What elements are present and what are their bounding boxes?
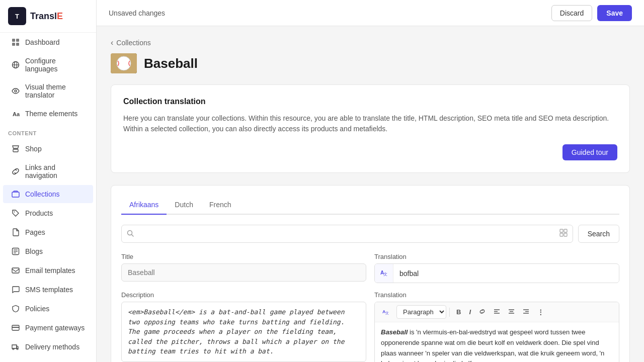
- svg-rect-26: [564, 229, 567, 232]
- discard-button[interactable]: Discard: [551, 5, 592, 21]
- svg-rect-16: [12, 268, 19, 273]
- language-tabs: Afrikaans Dutch French: [121, 196, 619, 215]
- page-title: Baseball: [144, 56, 198, 71]
- title-field-container: Title: [121, 253, 366, 283]
- topbar-actions: Discard Save: [551, 5, 632, 21]
- email-icon: [11, 266, 20, 275]
- svg-rect-17: [12, 325, 19, 330]
- title-input[interactable]: [121, 263, 366, 282]
- editor-toolbar: A文 Paragraph B I: [375, 302, 619, 322]
- info-card-title: Collection translation: [123, 97, 617, 106]
- sidebar-item-visual-theme-translator[interactable]: Visual theme translator: [3, 78, 93, 104]
- translation-label: Translation: [374, 253, 619, 260]
- sidebar-item-dashboard[interactable]: Dashboard: [3, 33, 93, 51]
- translate-icon: A文: [375, 264, 393, 283]
- main-area: Unsaved changes Discard Save ‹ Collectio…: [97, 0, 644, 362]
- more-options-button[interactable]: ⋮: [534, 306, 547, 318]
- sidebar-item-label: SMS templates: [25, 286, 73, 294]
- sidebar-item-payment-gateways[interactable]: Payment gateways: [3, 319, 93, 337]
- sidebar-item-label: Payment gateways: [25, 324, 85, 332]
- sidebar-item-pages[interactable]: Pages: [3, 223, 93, 241]
- translation-description-label: Translation: [374, 291, 619, 299]
- tab-french[interactable]: French: [201, 196, 239, 215]
- description-field-container: Description <em>Baseball</em> is a bat-a…: [121, 291, 366, 362]
- sidebar-item-label: Blogs: [25, 247, 43, 255]
- sidebar-item-label: Policies: [25, 305, 49, 313]
- svg-text:Aa: Aa: [13, 111, 20, 117]
- sidebar-item-configure-languages[interactable]: Configure languages: [3, 52, 93, 77]
- sidebar-item-label: Theme elements: [25, 110, 77, 118]
- unsaved-status: Unsaved changes: [109, 9, 165, 17]
- sidebar-item-label: Dashboard: [25, 38, 60, 46]
- sidebar-item-products[interactable]: Products: [3, 204, 93, 222]
- svg-rect-0: [12, 39, 15, 42]
- save-button[interactable]: Save: [597, 5, 632, 21]
- shield-icon: [11, 304, 20, 313]
- translation-card: Afrikaans Dutch French Search: [111, 185, 630, 362]
- sidebar-item-label: Shop: [25, 145, 42, 153]
- svg-point-19: [13, 348, 14, 350]
- paragraph-select[interactable]: Paragraph: [396, 305, 446, 319]
- search-input[interactable]: [137, 225, 559, 242]
- sidebar-item-delivery-methods[interactable]: Delivery methods: [3, 338, 93, 356]
- guided-tour-button[interactable]: Guided tour: [562, 144, 617, 160]
- sidebar-item-blogs[interactable]: Blogs: [3, 242, 93, 260]
- search-wrapper: [121, 225, 573, 243]
- text-icon: Aa: [11, 109, 20, 118]
- link-icon: [11, 167, 20, 176]
- svg-rect-28: [564, 233, 567, 236]
- sidebar-item-shop[interactable]: Shop: [3, 140, 93, 158]
- shop-icon: [11, 144, 20, 153]
- delivery-icon: [11, 342, 20, 351]
- sidebar-item-collections[interactable]: Collections: [3, 185, 93, 203]
- sidebar-item-label: Configure languages: [25, 57, 85, 73]
- sidebar-item-theme-elements[interactable]: Aa Theme elements: [3, 105, 93, 123]
- collection-icon: [11, 190, 20, 199]
- breadcrumb-label: Collections: [116, 39, 150, 47]
- translation-value-input[interactable]: [393, 265, 619, 282]
- sidebar-item-email-templates[interactable]: Email templates: [3, 261, 93, 280]
- blog-icon: [11, 247, 20, 256]
- svg-text:文: 文: [385, 311, 389, 315]
- tab-afrikaans[interactable]: Afrikaans: [121, 196, 167, 215]
- editor-content[interactable]: Baseball is 'n vlermuis-en-bal-wedstryd …: [375, 322, 619, 362]
- logo-text: TranslE: [30, 11, 63, 22]
- svg-text:文: 文: [383, 272, 387, 277]
- sidebar-item-sms-templates[interactable]: SMS templates: [3, 281, 93, 299]
- eye-icon: [11, 86, 20, 96]
- sidebar-item-label: Email templates: [25, 266, 75, 275]
- sidebar-item-links-and-navigation[interactable]: Links and navigation: [3, 159, 93, 184]
- bold-button[interactable]: B: [453, 306, 464, 318]
- align-center-button[interactable]: [505, 306, 518, 318]
- breadcrumb-arrow: ‹: [111, 38, 113, 47]
- sidebar-item-policies[interactable]: Policies: [3, 300, 93, 318]
- breadcrumb[interactable]: ‹ Collections: [111, 38, 630, 47]
- collection-thumbnail: [111, 53, 137, 73]
- info-card: Collection translation Here you can tran…: [111, 84, 630, 173]
- sidebar: T TranslE Dashboard Configure languages …: [0, 0, 97, 362]
- page-icon: [11, 228, 20, 237]
- search-button[interactable]: Search: [578, 225, 619, 243]
- content-area: ‹ Collections Baseball Collection transl…: [97, 26, 644, 362]
- search-icon: [127, 230, 134, 238]
- grid-view-icon[interactable]: [559, 229, 568, 239]
- sidebar-item-label: Pages: [25, 228, 45, 236]
- svg-line-24: [132, 234, 134, 236]
- grid-icon: [11, 38, 20, 47]
- globe-icon: [11, 60, 20, 69]
- translation-input-wrapper: A文: [374, 263, 619, 283]
- svg-rect-1: [16, 39, 19, 42]
- italic-button[interactable]: I: [465, 306, 474, 318]
- description-row: Description <em>Baseball</em> is a bat-a…: [121, 291, 619, 362]
- tab-dutch[interactable]: Dutch: [167, 196, 201, 215]
- info-card-text: Here you can translate your collections.…: [123, 113, 617, 134]
- description-textarea[interactable]: <em>Baseball</em> is a bat-and-ball game…: [121, 302, 366, 362]
- toolbar-translate-icon: A文: [379, 306, 393, 319]
- info-card-footer: Guided tour: [123, 144, 617, 160]
- title-label: Title: [121, 253, 366, 260]
- link-button[interactable]: [475, 306, 489, 318]
- svg-rect-10: [12, 192, 19, 197]
- svg-rect-27: [560, 233, 563, 236]
- align-left-button[interactable]: [490, 306, 504, 318]
- align-right-button[interactable]: [519, 306, 533, 318]
